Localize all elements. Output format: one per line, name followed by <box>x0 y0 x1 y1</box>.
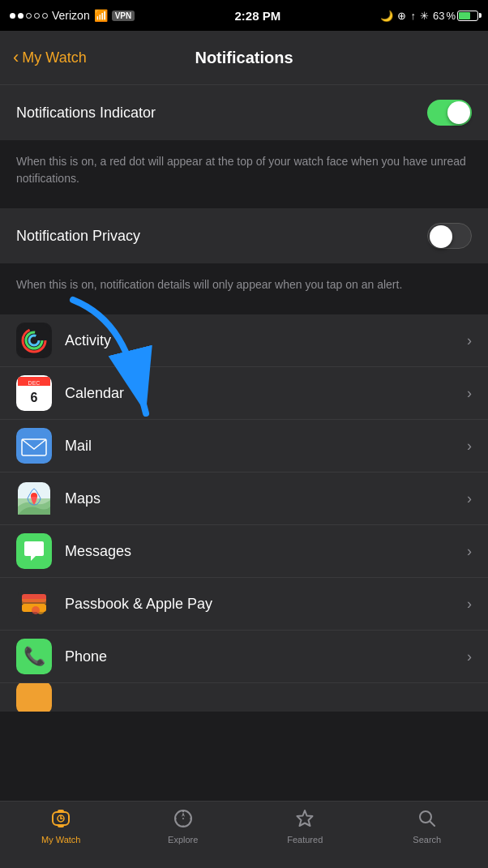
dot-4 <box>34 13 40 19</box>
maps-chevron: › <box>467 490 472 507</box>
activity-app-name: Activity <box>65 332 467 349</box>
app-row-phone[interactable]: 📞 Phone › <box>0 631 488 683</box>
status-bar: Verizon 📶 VPN 2:28 PM 🌙 ⊕ ↑ ✳ 63% <box>0 0 488 31</box>
wifi-icon: 📶 <box>94 9 108 22</box>
mail-icon <box>16 428 52 464</box>
vpn-badge: VPN <box>112 11 135 21</box>
mail-chevron: › <box>467 438 472 455</box>
svg-marker-38 <box>298 810 313 826</box>
notification-privacy-section: Notification Privacy <box>0 208 488 263</box>
notification-privacy-toggle[interactable] <box>427 223 472 249</box>
status-right: 🌙 ⊕ ↑ ✳ 63% <box>380 10 478 22</box>
passbook-app-name: Passbook & Apple Pay <box>65 596 467 613</box>
notification-privacy-description: When this is on, notification details wi… <box>0 270 488 308</box>
app-row-mail[interactable]: Mail › <box>0 420 488 472</box>
bluetooth-icon: ✳ <box>420 10 429 22</box>
notification-privacy-label: Notification Privacy <box>16 228 140 245</box>
status-time: 2:28 PM <box>235 9 281 23</box>
activity-icon <box>16 323 52 358</box>
svg-point-21 <box>32 606 40 614</box>
maps-icon <box>16 481 52 516</box>
my-watch-icon <box>50 808 71 832</box>
app-row-maps[interactable]: Maps › <box>0 472 488 525</box>
svg-text:6: 6 <box>31 391 38 404</box>
partial-icon <box>16 683 52 712</box>
svg-point-32 <box>182 818 184 819</box>
phone-icon: 📞 <box>16 639 52 674</box>
battery-fill <box>459 12 470 19</box>
messages-chevron: › <box>467 543 472 560</box>
search-icon <box>417 808 438 832</box>
back-label: My Watch <box>22 49 86 66</box>
maps-app-name: Maps <box>65 490 467 507</box>
back-chevron-icon: ‹ <box>13 49 19 66</box>
svg-rect-19 <box>22 599 46 604</box>
search-tab-label: Search <box>413 835 441 844</box>
notifications-indicator-row: Notifications Indicator <box>0 85 488 140</box>
app-row-messages[interactable]: Messages › <box>0 525 488 578</box>
carrier-name: Verizon <box>52 9 90 22</box>
dot-3 <box>26 13 32 19</box>
status-left: Verizon 📶 VPN <box>10 9 135 22</box>
tab-bar: My Watch Explore Featured <box>0 801 488 868</box>
phone-app-name: Phone <box>65 648 467 665</box>
notifications-indicator-toggle[interactable] <box>427 100 472 126</box>
dot-1 <box>10 13 15 19</box>
section-divider-2 <box>0 308 488 314</box>
content-area: Notifications Indicator When this is on,… <box>0 85 488 801</box>
navigation-icon: ↑ <box>410 10 416 22</box>
svg-rect-9 <box>18 430 50 462</box>
svg-text:📞: 📞 <box>24 645 46 667</box>
mail-app-name: Mail <box>65 438 467 455</box>
tab-featured[interactable]: Featured <box>244 808 366 844</box>
app-row-activity[interactable]: Activity › <box>0 314 488 367</box>
app-list: Activity › 6 DEC Calendar › <box>0 314 488 712</box>
signal-dots <box>10 13 48 19</box>
app-row-calendar[interactable]: 6 DEC Calendar › <box>0 367 488 420</box>
battery-percent: 63 <box>433 10 444 22</box>
section-divider-1 <box>0 202 488 208</box>
nav-title: Notifications <box>195 49 293 67</box>
my-watch-tab-label: My Watch <box>41 835 81 844</box>
svg-marker-33 <box>182 812 185 817</box>
tab-search[interactable]: Search <box>366 808 489 844</box>
notifications-indicator-description: When this is on, a red dot will appear a… <box>0 147 488 202</box>
tab-explore[interactable]: Explore <box>122 808 245 844</box>
tab-my-watch[interactable]: My Watch <box>0 808 122 844</box>
passbook-chevron: › <box>467 596 472 613</box>
nav-bar: ‹ My Watch Notifications <box>0 31 488 85</box>
battery-container: 63% <box>433 10 478 22</box>
calendar-chevron: › <box>467 385 472 402</box>
app-row-partial[interactable] <box>0 683 488 712</box>
messages-icon <box>16 533 52 569</box>
explore-tab-label: Explore <box>168 835 198 844</box>
calendar-app-name: Calendar <box>65 385 467 402</box>
activity-chevron: › <box>467 332 472 349</box>
app-row-passbook[interactable]: Passbook & Apple Pay › <box>0 578 488 631</box>
notifications-indicator-label: Notifications Indicator <box>16 105 156 122</box>
notification-privacy-row: Notification Privacy <box>0 208 488 263</box>
messages-app-name: Messages <box>65 543 467 560</box>
featured-tab-label: Featured <box>287 835 323 844</box>
dot-5 <box>42 13 48 19</box>
featured-icon <box>294 808 315 832</box>
location-icon: ⊕ <box>397 10 406 22</box>
nav-back-button[interactable]: ‹ My Watch <box>13 49 87 66</box>
phone-chevron: › <box>467 648 472 665</box>
battery-body <box>457 11 478 21</box>
svg-text:DEC: DEC <box>28 380 41 386</box>
moon-icon: 🌙 <box>380 10 393 22</box>
calendar-icon: 6 DEC <box>16 375 52 411</box>
svg-line-40 <box>430 822 434 827</box>
passbook-icon <box>16 586 52 622</box>
explore-icon <box>173 808 194 832</box>
dot-2 <box>18 13 24 19</box>
notifications-indicator-section: Notifications Indicator <box>0 85 488 140</box>
toggle-thumb-off <box>430 225 452 248</box>
toggle-thumb-on <box>447 101 470 124</box>
